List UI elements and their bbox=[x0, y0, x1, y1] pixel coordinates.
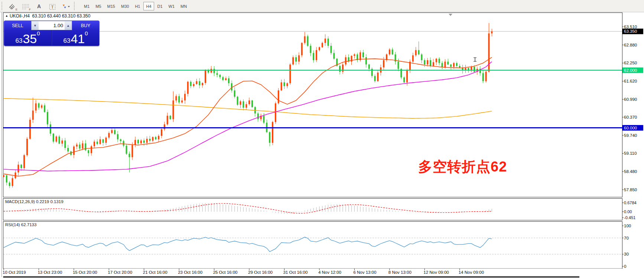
svg-text:60.990: 60.990 bbox=[624, 97, 637, 102]
svg-text:-0.451: -0.451 bbox=[624, 215, 635, 220]
toolbar-group-separator bbox=[74, 2, 77, 10]
svg-text:70: 70 bbox=[624, 236, 629, 240]
sell-button[interactable]: SELL bbox=[4, 21, 31, 30]
text-box-icon[interactable]: T bbox=[48, 1, 57, 10]
timeframe-button-M1[interactable]: M1 bbox=[81, 2, 92, 10]
svg-text:58.480: 58.480 bbox=[624, 169, 637, 174]
svg-text:100: 100 bbox=[624, 224, 631, 228]
buy-button[interactable]: BUY bbox=[72, 21, 99, 30]
timeframe-button-D1[interactable]: D1 bbox=[155, 2, 165, 10]
up-triangle-icon: ▲ bbox=[5, 14, 8, 17]
svg-text:61.620: 61.620 bbox=[624, 79, 637, 83]
svg-text:62.250: 62.250 bbox=[624, 61, 637, 65]
svg-text:30: 30 bbox=[624, 252, 629, 256]
svg-text:T: T bbox=[51, 5, 54, 9]
svg-text:0.00: 0.00 bbox=[624, 209, 632, 214]
triangle-up-icon: ▲ bbox=[66, 24, 70, 28]
svg-text:17 Oct 20:00: 17 Oct 20:00 bbox=[108, 270, 132, 275]
svg-text:63.510: 63.510 bbox=[624, 25, 637, 29]
svg-text:13 Oct 23:00: 13 Oct 23:00 bbox=[38, 270, 62, 275]
sell-price-display[interactable]: 63350 bbox=[4, 30, 52, 45]
svg-text:15 Oct 20:00: 15 Oct 20:00 bbox=[73, 270, 97, 275]
timeframe-button-H4[interactable]: H4 bbox=[143, 2, 154, 10]
trading-terminal-window: E F A T bbox=[0, 0, 644, 279]
volume-decrease-button[interactable]: ▼ bbox=[32, 21, 39, 30]
timeframe-button-M5[interactable]: M5 bbox=[93, 2, 104, 10]
volume-spinner: ▼ ▲ bbox=[31, 21, 72, 30]
triangle-down-icon: ▼ bbox=[33, 24, 37, 28]
timeframe-button-W1[interactable]: W1 bbox=[166, 2, 178, 10]
one-click-trading-panel: SELL ▼ ▲ BUY 63350 63410 bbox=[4, 20, 100, 46]
price-chart-canvas[interactable]: 63.51062.88062.25061.62060.99060.37059.7… bbox=[0, 12, 644, 279]
chart-window: 63.51062.88062.25061.62060.99060.37059.7… bbox=[0, 12, 644, 279]
timeframes-toolbar: M1M5M15M30H1H4D1W1MN bbox=[81, 2, 190, 10]
svg-text:60.000: 60.000 bbox=[624, 126, 637, 130]
timeframe-button-H1[interactable]: H1 bbox=[132, 2, 143, 10]
volume-increase-button[interactable]: ▲ bbox=[65, 21, 72, 30]
timeframe-button-MN[interactable]: MN bbox=[178, 2, 189, 10]
svg-text:10 Oct 2019: 10 Oct 2019 bbox=[3, 270, 26, 275]
svg-text:0: 0 bbox=[624, 264, 626, 269]
svg-text:23 Oct 16:00: 23 Oct 16:00 bbox=[178, 270, 202, 275]
svg-text:21 Oct 16:00: 21 Oct 16:00 bbox=[143, 270, 167, 275]
svg-text:63.350: 63.350 bbox=[624, 29, 637, 33]
line-studies-toolbar: E F A T bbox=[0, 0, 644, 12]
volume-input[interactable] bbox=[39, 21, 65, 30]
svg-text:14 Nov 09:00: 14 Nov 09:00 bbox=[459, 270, 484, 275]
equidistant-channel-icon[interactable]: E bbox=[7, 1, 17, 10]
svg-text:31 Oct 16:00: 31 Oct 16:00 bbox=[283, 270, 308, 275]
svg-text:12 Nov 09:00: 12 Nov 09:00 bbox=[423, 270, 449, 275]
svg-text:8 Nov 13:00: 8 Nov 13:00 bbox=[388, 270, 412, 275]
text-label-icon[interactable]: A bbox=[34, 1, 44, 10]
svg-text:57.850: 57.850 bbox=[624, 187, 637, 192]
fibonacci-grid-icon[interactable]: F bbox=[21, 1, 30, 10]
chinese-annotation-text: 多空转折点62 bbox=[418, 157, 507, 176]
arrows-tool-icon[interactable] bbox=[61, 1, 71, 10]
toolbar-grip[interactable] bbox=[1, 2, 4, 10]
svg-text:25 Oct 16:00: 25 Oct 16:00 bbox=[213, 270, 238, 275]
svg-text:59.110: 59.110 bbox=[624, 151, 637, 155]
macd-indicator-label: MACD(12,26,9) 0.2219 0.1319 bbox=[5, 199, 64, 204]
svg-text:62.000: 62.000 bbox=[624, 68, 637, 73]
timeframe-button-M15[interactable]: M15 bbox=[105, 2, 118, 10]
timeframe-button-M30[interactable]: M30 bbox=[118, 2, 131, 10]
svg-text:4 Nov 12:00: 4 Nov 12:00 bbox=[318, 270, 341, 275]
rsi-indicator-label: RSI(14) 62.7133 bbox=[5, 222, 36, 227]
svg-text:59.740: 59.740 bbox=[624, 133, 637, 138]
symbol-ohlc-title: ▲UKOil-,H4 63.310 63.440 63.310 63.350 bbox=[5, 13, 90, 19]
svg-text:0.6784: 0.6784 bbox=[624, 201, 637, 205]
svg-text:60.370: 60.370 bbox=[624, 115, 637, 119]
buy-price-display[interactable]: 63410 bbox=[52, 30, 99, 45]
svg-text:29 Oct 16:00: 29 Oct 16:00 bbox=[248, 270, 273, 275]
svg-text:62.880: 62.880 bbox=[624, 43, 637, 47]
svg-text:6 Nov 13:00: 6 Nov 13:00 bbox=[353, 270, 376, 275]
